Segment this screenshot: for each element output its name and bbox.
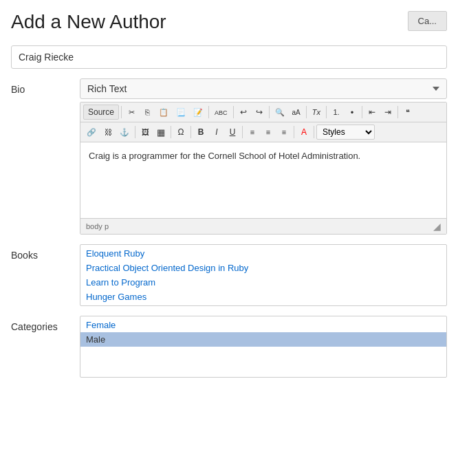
bio-format-select[interactable]: Rich Text Plain Text Markdown: [80, 78, 447, 99]
toolbar-sep-7: [362, 106, 362, 118]
italic-icon: [215, 127, 217, 137]
copy-button[interactable]: [140, 105, 155, 120]
special-char-button[interactable]: [173, 125, 188, 140]
page-title: Add a New Author: [11, 11, 166, 33]
replace-button[interactable]: [289, 105, 304, 120]
font-color-button[interactable]: [296, 125, 312, 140]
ol-icon: 1.: [333, 108, 339, 116]
ul-icon: •: [351, 107, 354, 118]
replace-icon: [292, 107, 301, 117]
editor-footer: body p ◢: [80, 218, 446, 234]
resize-handle[interactable]: ◢: [433, 221, 441, 232]
list-item[interactable]: Hunger Games: [80, 290, 446, 304]
find-icon: [275, 107, 285, 117]
outdent-icon: [369, 107, 375, 117]
align-left-icon: ≡: [250, 128, 254, 136]
image-button[interactable]: [138, 125, 153, 140]
undo-button[interactable]: [236, 105, 251, 120]
ul-button[interactable]: •: [345, 105, 360, 120]
source-button[interactable]: Source: [83, 105, 119, 120]
toolbar-sep-9: [135, 126, 135, 138]
toolbar-sep-5: [306, 106, 307, 118]
removeformat-icon: [312, 107, 320, 117]
underline-button[interactable]: [225, 125, 240, 140]
books-listbox: Eloquent Ruby Practical Object Oriented …: [80, 244, 447, 306]
bold-button[interactable]: [193, 125, 208, 140]
paste-icon: [159, 107, 168, 117]
redo-icon: [256, 107, 263, 117]
paste-word-icon: [193, 107, 203, 117]
toolbar-sep-12: [242, 126, 243, 138]
find-button[interactable]: [272, 105, 288, 120]
indent-button[interactable]: [380, 105, 395, 120]
books-content: Eloquent Ruby Practical Object Oriented …: [80, 244, 447, 306]
link-button[interactable]: [83, 125, 100, 140]
list-item[interactable]: Practical Object Oriented Design in Ruby: [80, 261, 446, 275]
editor-text: Craig is a programmer for the Cornell Sc…: [89, 149, 438, 163]
align-left-button[interactable]: ≡: [245, 125, 260, 140]
image-icon: [142, 127, 149, 137]
indent-icon: [384, 107, 391, 117]
bold-icon: [198, 127, 204, 137]
styles-select[interactable]: Styles Heading 1 Heading 2 Heading 3 Nor…: [316, 125, 375, 140]
list-item[interactable]: Learn to Program: [80, 275, 446, 290]
editor-content-area[interactable]: Craig is a programmer for the Cornell Sc…: [80, 142, 446, 218]
toolbar-sep-10: [171, 126, 171, 138]
categories-list[interactable]: Female Male: [80, 316, 446, 377]
bio-label: Bio: [11, 78, 80, 95]
toolbar-sep-8: [397, 106, 398, 118]
unlink-icon: [105, 127, 112, 137]
blockquote-button[interactable]: [400, 105, 415, 120]
categories-listbox: Female Male: [80, 316, 447, 378]
categories-label: Categories: [11, 316, 80, 332]
ol-button[interactable]: 1.: [329, 105, 344, 120]
underline-icon: [230, 127, 236, 137]
author-name-input[interactable]: [11, 45, 447, 69]
books-label: Books: [11, 244, 80, 261]
redo-button[interactable]: [252, 105, 267, 120]
page-header: Add a New Author Ca...: [11, 11, 447, 33]
bio-field-row: Bio Rich Text Plain Text Markdown Source: [11, 78, 447, 235]
undo-icon: [240, 107, 247, 117]
toolbar-sep-3: [233, 106, 234, 118]
cut-button[interactable]: [124, 105, 139, 120]
editor-path: body p: [86, 222, 109, 230]
categories-content: Female Male: [80, 316, 447, 378]
bio-content: Rich Text Plain Text Markdown Source: [80, 78, 447, 235]
anchor-button[interactable]: [116, 125, 133, 140]
toolbar-sep-2: [208, 106, 209, 118]
books-list[interactable]: Eloquent Ruby Practical Object Oriented …: [80, 245, 446, 305]
align-right-button[interactable]: ≡: [276, 125, 292, 140]
list-item[interactable]: Female: [80, 318, 446, 332]
italic-button[interactable]: [209, 125, 224, 140]
unlink-button[interactable]: [100, 125, 116, 140]
anchor-icon: [120, 127, 129, 137]
table-icon: [157, 127, 165, 138]
outdent-button[interactable]: [364, 105, 380, 120]
toolbar-sep-14: [314, 126, 314, 138]
special-char-icon: [178, 127, 184, 137]
cut-icon: [129, 107, 135, 117]
toolbar-row-1: Source: [80, 102, 446, 122]
categories-field-row: Categories Female Male: [11, 316, 447, 378]
removeformat-button[interactable]: [309, 105, 324, 120]
align-center-icon: ≡: [266, 128, 270, 136]
page-container: Add a New Author Ca... Bio Rich Text Pla…: [0, 0, 458, 398]
copy-icon: [145, 107, 150, 117]
blockquote-icon: [406, 107, 410, 117]
list-item[interactable]: Eloquent Ruby: [80, 246, 446, 261]
table-button[interactable]: [153, 125, 168, 140]
paste-word-button[interactable]: [190, 105, 206, 120]
toolbar-sep-13: [294, 126, 294, 138]
list-item[interactable]: Male: [80, 332, 446, 347]
spellcheck-button[interactable]: [211, 105, 231, 120]
align-right-icon: ≡: [282, 128, 286, 136]
spellcheck-icon: [215, 107, 228, 117]
align-center-button[interactable]: ≡: [261, 125, 276, 140]
toolbar-sep-6: [326, 106, 327, 118]
paste-button[interactable]: [155, 105, 172, 120]
toolbar-sep-1: [121, 106, 122, 118]
cancel-button[interactable]: Ca...: [408, 11, 447, 31]
paste-plain-button[interactable]: [173, 105, 189, 120]
toolbar-sep-4: [269, 106, 270, 118]
